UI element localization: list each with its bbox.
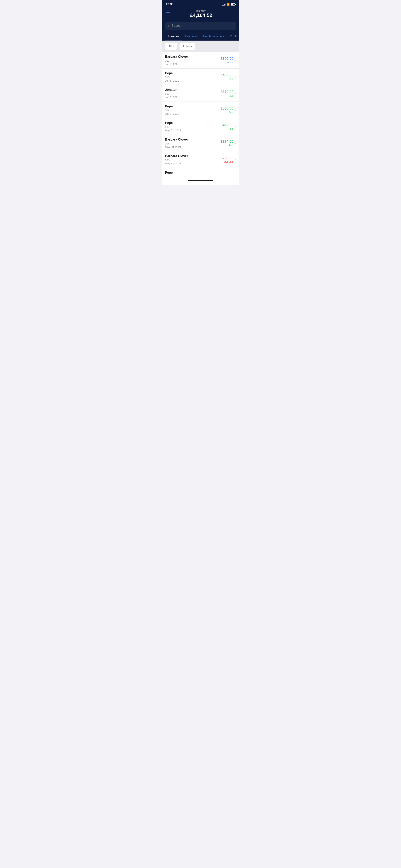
invoice-number: 010 [165, 76, 221, 79]
invoice-right: £565.00 Paid › [221, 106, 236, 114]
chevron-right-icon: › [235, 92, 236, 95]
tab-purchase-orders[interactable]: Purchase orders [200, 33, 227, 40]
invoice-item[interactable]: Pepe 007 May 31, 2021 £480.00 Paid › [162, 118, 239, 135]
status-time: 12:35 [166, 2, 173, 6]
invoice-date: May 31, 2021 [165, 129, 221, 132]
invoice-number: 008 [165, 109, 221, 112]
invoice-left: Pepe 007 May 31, 2021 [165, 121, 221, 132]
invoice-amount: £370.00 [221, 90, 233, 94]
invoice-left: Barbara Clover 005 May 13, 2021 [165, 154, 221, 165]
invoice-right: £480.00 Paid › [221, 123, 236, 130]
invoice-left: Pepe 008 Jun 1, 2021 [165, 104, 221, 115]
chevron-right-icon: › [235, 58, 236, 62]
invoice-number: 007 [165, 125, 221, 128]
search-bar: ⌕ [165, 22, 236, 30]
invoice-amount-wrap: £370.00 Paid [221, 90, 233, 97]
invoice-left: Barbara Clover 006 May 20, 2021 [165, 138, 221, 148]
invoice-name: Barbara Clover [165, 138, 221, 142]
invoice-number: 009 [165, 92, 221, 95]
chevron-right-icon: › [235, 158, 236, 161]
actions-button[interactable]: Actions [179, 43, 195, 50]
invoice-status: Paid [221, 94, 233, 97]
invoice-status: Paid [221, 144, 233, 147]
invoice-date: Jun 1, 2021 [165, 112, 221, 115]
invoice-item[interactable]: Barbara Clover 006 May 20, 2021 £274.00 … [162, 135, 239, 151]
chevron-right-icon: › [235, 75, 236, 79]
filter-bar: All ▾ Actions [162, 41, 239, 52]
invoice-number: 005 [165, 158, 221, 161]
invoice-name: Jonatan [165, 88, 221, 92]
invoice-name: Barbara Clover [165, 55, 221, 59]
invoice-status: Paid [221, 111, 233, 114]
invoice-item[interactable]: Barbara Clover 005 May 13, 2021 £250.00 … [162, 151, 239, 168]
tab-pro-forma[interactable]: Pro forma [227, 33, 239, 40]
invoice-item[interactable]: Jonatan 009 Jun 3, 2021 £370.00 Paid › [162, 85, 239, 102]
invoice-number: 011 [165, 59, 221, 62]
invoice-item[interactable]: Barbara Clover 011 Jun 7, 2021 £500.00 U… [162, 52, 239, 69]
invoice-status: Overdue [221, 160, 233, 163]
battery-icon [231, 3, 235, 5]
invoice-date: May 13, 2021 [165, 162, 221, 165]
invoice-amount: £500.00 [221, 57, 233, 61]
invoice-right: £480.00 Paid › [221, 73, 236, 81]
invoice-date: Jun 3, 2021 [165, 96, 221, 99]
invoice-right: £250.00 Overdue › [221, 156, 236, 163]
status-icons: 📶 [222, 3, 235, 6]
invoice-item[interactable]: Pepe [162, 168, 239, 178]
invoice-name: Barbara Clover [165, 154, 221, 158]
chevron-right-icon: › [235, 108, 236, 112]
invoice-left: Barbara Clover 011 Jun 7, 2021 [165, 55, 221, 66]
invoice-right: £274.00 Paid › [221, 140, 236, 147]
search-input[interactable] [171, 24, 233, 28]
invoice-date: Jun 5, 2021 [165, 79, 221, 82]
invoice-amount: £480.00 [221, 123, 233, 127]
status-bar: 12:35 📶 [162, 0, 239, 8]
invoice-name: Pepe [165, 121, 221, 125]
invoice-item[interactable]: Pepe 008 Jun 1, 2021 £565.00 Paid › [162, 102, 239, 118]
wifi-icon: 📶 [227, 3, 230, 6]
invoice-amount: £274.00 [221, 140, 233, 144]
invoice-left: Jonatan 009 Jun 3, 2021 [165, 88, 221, 99]
invoice-amount-wrap: £250.00 Overdue [221, 156, 233, 163]
invoice-right: £500.00 Unpaid › [221, 57, 236, 64]
invoice-amount: £480.00 [221, 73, 233, 77]
signal-icon [222, 3, 225, 5]
invoice-amount-wrap: £480.00 Paid [221, 123, 233, 130]
add-button[interactable]: + [232, 11, 235, 17]
invoice-date: May 20, 2021 [165, 145, 221, 148]
menu-button[interactable] [166, 12, 170, 15]
tab-invoices[interactable]: Invoices [165, 33, 182, 40]
invoice-date: Jun 7, 2021 [165, 63, 221, 66]
app-header: This year ▾ £4,164.52 + [162, 8, 239, 22]
invoice-amount: £250.00 [221, 156, 233, 160]
invoice-left: Pepe [165, 171, 236, 175]
invoice-list: Barbara Clover 011 Jun 7, 2021 £500.00 U… [162, 52, 239, 178]
all-filter-button[interactable]: All ▾ [165, 43, 177, 50]
chevron-down-icon: ▾ [173, 45, 174, 48]
home-indicator [188, 180, 213, 181]
invoice-status: Paid [221, 127, 233, 130]
header-center: This year ▾ £4,164.52 [190, 10, 212, 18]
invoice-status: Unpaid [221, 61, 233, 64]
invoice-amount-wrap: £565.00 Paid [221, 106, 233, 114]
invoice-item[interactable]: Pepe 010 Jun 5, 2021 £480.00 Paid › [162, 69, 239, 85]
tabs-container: Invoices Estimates Purchase orders Pro f… [162, 33, 239, 41]
invoice-name: Pepe [165, 71, 221, 75]
chevron-right-icon: › [235, 141, 236, 145]
bottom-bar [162, 178, 239, 185]
invoice-status: Paid [221, 78, 233, 81]
invoice-left: Pepe 010 Jun 5, 2021 [165, 71, 221, 82]
tab-estimates[interactable]: Estimates [182, 33, 200, 40]
invoice-name: Pepe [165, 104, 221, 108]
invoice-name: Pepe [165, 171, 236, 175]
search-container: ⌕ [162, 22, 239, 33]
search-icon: ⌕ [168, 24, 170, 27]
header-period[interactable]: This year ▾ [190, 10, 212, 12]
invoice-amount-wrap: £274.00 Paid [221, 140, 233, 147]
invoice-amount: £565.00 [221, 106, 233, 111]
invoice-number: 006 [165, 142, 221, 145]
chevron-right-icon: › [235, 125, 236, 128]
invoice-amount-wrap: £500.00 Unpaid [221, 57, 233, 64]
invoice-amount-wrap: £480.00 Paid [221, 73, 233, 81]
header-amount: £4,164.52 [190, 12, 212, 18]
